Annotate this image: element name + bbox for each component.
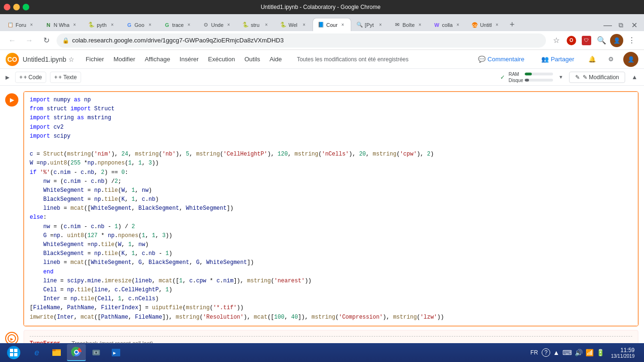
shield-icon-btn[interactable]: 🛡: [580, 34, 593, 47]
speaker-icon[interactable]: 🔊: [574, 348, 584, 357]
tab-boite-favicon: ✉: [394, 22, 401, 28]
forward-button[interactable]: →: [23, 34, 36, 47]
tab-nwhat[interactable]: N N Wha ×: [40, 18, 83, 31]
url-text: colab.research.google.com/drive/1ggcg7-G…: [72, 37, 540, 44]
tab-google-label: Goo: [134, 22, 144, 28]
tab-trace-close[interactable]: ×: [186, 22, 192, 28]
tab-untitled-close[interactable]: ×: [494, 22, 500, 28]
user-menu-btn[interactable]: 👤: [610, 34, 623, 47]
taskbar-explorer[interactable]: [47, 344, 66, 361]
tab-cour-close[interactable]: ×: [339, 22, 346, 28]
tab-untitled[interactable]: CO Untitl ×: [466, 18, 505, 31]
tab-under[interactable]: ⊙ Unde ×: [198, 18, 237, 31]
taskbar-help[interactable]: ?: [542, 348, 550, 357]
svg-rect-5: [14, 349, 17, 352]
taskbar-terminal[interactable]: ▶: [107, 344, 125, 361]
network-icon[interactable]: 📶: [585, 348, 594, 357]
address-bar[interactable]: 🔒 colab.research.google.com/drive/1ggcg7…: [57, 33, 546, 48]
tab-welc[interactable]: 🐍 Wel ×: [275, 18, 313, 31]
new-tab-button[interactable]: +: [505, 18, 519, 31]
start-button[interactable]: [2, 344, 25, 361]
tab-forum[interactable]: 📋 Foru ×: [2, 18, 40, 31]
battery-icon[interactable]: 🔋: [595, 348, 605, 357]
code-line-7: W =np.uint8(255 *np.npnpones(1, 1, 3)): [30, 159, 632, 168]
user-avatar[interactable]: 👤: [623, 52, 638, 67]
tab-welc-close[interactable]: ×: [301, 22, 307, 28]
tab-colla[interactable]: W colla ×: [429, 18, 467, 31]
tab-google[interactable]: G Goo ×: [121, 18, 158, 31]
code-area[interactable]: import numpy as np from struct import St…: [24, 92, 638, 326]
code-line-12: lineb = mcat([WhiteSegment, BlackSegment…: [30, 204, 632, 213]
add-code-button[interactable]: + + Code: [15, 72, 46, 83]
menu-fichier[interactable]: Fichier: [82, 54, 108, 65]
tab-forum-close[interactable]: ×: [28, 22, 35, 28]
tab-struct[interactable]: 🐍 stru ×: [237, 18, 275, 31]
code-line-15: G =np. uint8(127 * np.npones(1, 1, 3)): [30, 231, 632, 240]
tab-trace[interactable]: G trace ×: [158, 18, 197, 31]
code-line-17: BlackSegment = np.tile(K, 1, c.nb - 1): [30, 249, 632, 258]
tab-nwhat-favicon: N: [45, 22, 52, 28]
tab-pyth[interactable]: 🐍 pyth ×: [83, 18, 121, 31]
taskbar-ie[interactable]: e: [27, 344, 46, 361]
tab-pyth-close[interactable]: ×: [109, 22, 116, 28]
code-line-1: import numpy as np: [30, 96, 632, 105]
run-cell-button[interactable]: ▶: [5, 93, 18, 107]
star-icon[interactable]: ☆: [68, 56, 74, 63]
tab-google-favicon: G: [126, 22, 132, 28]
restore-btn[interactable]: ⧉: [615, 19, 627, 31]
back-button[interactable]: ←: [6, 34, 19, 47]
more-menu-btn[interactable]: ⋮: [625, 34, 638, 47]
menu-affichage[interactable]: Affichage: [141, 54, 174, 65]
up-arrow-icon[interactable]: ▲: [552, 348, 561, 357]
menu-outils[interactable]: Outils: [240, 54, 264, 65]
code-line-3: import string as mstring: [30, 114, 632, 123]
tab-cour-label: Cour: [326, 22, 338, 28]
minimize-window-btn[interactable]: [13, 4, 20, 10]
sidebar-toggle[interactable]: ►: [4, 71, 11, 84]
tab-pyti-close[interactable]: ×: [377, 22, 384, 28]
tab-colla-close[interactable]: ×: [454, 22, 461, 28]
taskbar-vpn[interactable]: [87, 344, 106, 361]
svg-rect-7: [14, 353, 17, 356]
tab-pyti-label: [Pyt: [365, 22, 374, 28]
menu-modifier[interactable]: Modifier: [110, 54, 139, 65]
menu-inserer[interactable]: Insérer: [176, 54, 202, 65]
share-button[interactable]: 👥 Partager: [536, 53, 580, 66]
tab-cour[interactable]: 📘 Cour ×: [313, 18, 351, 31]
menu-aide[interactable]: Aide: [266, 54, 286, 65]
disk-row: Disque: [509, 78, 553, 83]
tab-boite-close[interactable]: ×: [417, 22, 423, 28]
tab-boite[interactable]: ✉ Boîte ×: [389, 18, 429, 31]
tab-struct-close[interactable]: ×: [263, 22, 270, 28]
maximize-window-btn[interactable]: [23, 4, 29, 10]
svg-rect-9: [52, 351, 61, 356]
code-line-24: imwrite(Inter, mcat([PathName, FileName]…: [30, 313, 632, 322]
code-line-14: nw = (c.nim - c.nb - 1) / 2: [30, 222, 632, 231]
tab-pyti[interactable]: 🔍 [Pyt ×: [351, 18, 389, 31]
minimize-btn[interactable]: —: [602, 19, 614, 31]
taskbar-chrome[interactable]: [67, 344, 86, 361]
settings-icon-btn[interactable]: ⚙: [604, 53, 618, 66]
close-window-btn[interactable]: [4, 4, 10, 10]
keyboard-icon[interactable]: ⌨: [561, 348, 573, 357]
tab-colla-label: colla: [442, 22, 453, 28]
code-line-23: [FileName, PathName, FilterIndex] = uipu…: [30, 304, 632, 313]
colab-logo: CO: [6, 53, 19, 66]
menu-execution[interactable]: Exécution: [204, 54, 239, 65]
notebook-title-text: Untitled1.ipynb: [23, 56, 66, 63]
bookmark-icon[interactable]: ☆: [550, 34, 563, 47]
alert-icon-btn[interactable]: 🔔: [586, 53, 599, 66]
tab-under-close[interactable]: ×: [225, 22, 232, 28]
tab-nwhat-close[interactable]: ×: [71, 22, 78, 28]
add-text-button[interactable]: + + Texte: [50, 72, 81, 83]
comment-button[interactable]: 💬 Commentaire: [472, 53, 530, 66]
close-btn[interactable]: ✕: [628, 19, 640, 31]
resource-dropdown-btn[interactable]: ▼: [557, 74, 565, 81]
code-line-5: import scipy: [30, 132, 632, 141]
collapse-button[interactable]: ▲: [629, 72, 640, 83]
opera-icon-btn[interactable]: O: [565, 34, 578, 47]
refresh-button[interactable]: ↻: [40, 34, 53, 47]
edit-mode-button[interactable]: ✎ ✎ Modification: [569, 72, 625, 83]
tab-google-close[interactable]: ×: [147, 22, 153, 28]
search-btn[interactable]: 🔍: [595, 34, 608, 47]
